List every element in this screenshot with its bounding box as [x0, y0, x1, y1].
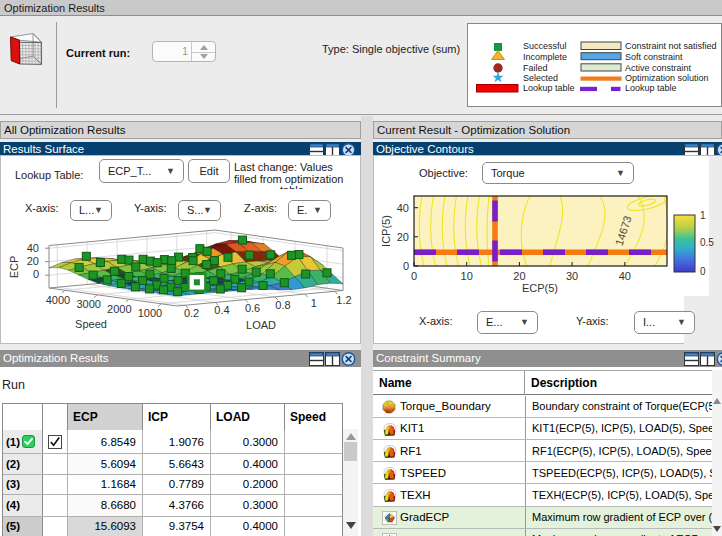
- svg-text:1000: 1000: [138, 307, 162, 319]
- svg-text:0: 0: [403, 260, 409, 272]
- svg-text:ICP(5): ICP(5): [380, 215, 392, 247]
- svg-text:0: 0: [411, 270, 417, 282]
- svg-text:40: 40: [397, 202, 409, 214]
- svg-text:1: 1: [700, 210, 706, 221]
- svg-text:Speed: Speed: [75, 318, 107, 330]
- svg-text:0.2: 0.2: [184, 307, 199, 319]
- svg-text:1.2: 1.2: [336, 294, 351, 306]
- svg-text:40: 40: [27, 242, 39, 254]
- svg-text:20: 20: [513, 270, 525, 282]
- svg-text:0: 0: [700, 266, 706, 277]
- svg-text:20: 20: [27, 255, 39, 267]
- svg-text:4000: 4000: [46, 294, 70, 306]
- svg-text:2000: 2000: [107, 303, 131, 315]
- svg-text:20: 20: [397, 231, 409, 243]
- svg-text:30: 30: [566, 270, 578, 282]
- svg-text:0.5: 0.5: [700, 237, 714, 248]
- svg-text:0.4: 0.4: [214, 304, 229, 316]
- svg-text:0.6: 0.6: [245, 302, 260, 314]
- svg-text:1: 1: [311, 297, 317, 309]
- svg-text:LOAD: LOAD: [246, 319, 276, 331]
- svg-text:0.8: 0.8: [275, 299, 290, 311]
- svg-text:40: 40: [619, 270, 631, 282]
- svg-text:ECP: ECP: [8, 256, 20, 279]
- svg-text:0: 0: [33, 268, 39, 280]
- svg-text:10: 10: [461, 270, 473, 282]
- svg-text:ECP(5): ECP(5): [522, 282, 558, 294]
- svg-text:3000: 3000: [76, 298, 100, 310]
